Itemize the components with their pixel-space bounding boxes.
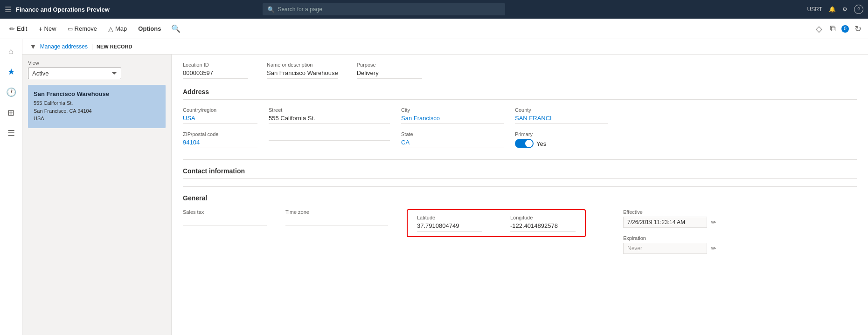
address-card-name: San Francisco Warehouse (34, 90, 160, 97)
latitude-field: Latitude 37.7910804749 (417, 215, 482, 232)
zip-value: 94104 (183, 139, 257, 148)
address-card-line3: USA (34, 115, 160, 123)
options-button[interactable]: Options (133, 23, 166, 34)
map-icon: △ (108, 25, 113, 33)
address-section: Address Country/region USA Street 555 Ca… (183, 88, 857, 148)
effective-edit-icon[interactable]: ✏ (711, 219, 716, 226)
top-nav-right: USRT 🔔 ⚙ ? (807, 5, 863, 14)
remove-icon: ▭ (68, 26, 73, 32)
eff-exp-panel: Effective 7/26/2019 11:23:14 AM ✏ Expira… (623, 209, 716, 254)
zip-label: ZIP/postal code (183, 131, 257, 137)
plus-icon: + (38, 25, 42, 33)
street-field: Street 555 California St. (269, 107, 390, 124)
effective-row: 7/26/2019 11:23:14 AM ✏ (623, 217, 716, 228)
latlng-box: Latitude 37.7910804749 Longitude -122.40… (407, 209, 586, 237)
purpose-field: Purpose Delivery (357, 62, 422, 79)
badge-count: 0 (841, 25, 849, 33)
view-select[interactable]: Active All Inactive (28, 68, 121, 79)
city-field: City San Francisco (401, 107, 504, 124)
toolbar: ✏ Edit + New ▭ Remove △ Map Options 🔍 ◇ … (0, 19, 868, 39)
primary-toggle-label: Yes (536, 140, 546, 147)
time-zone-label: Time zone (285, 209, 388, 215)
longitude-value: -122.4014892578 (510, 222, 576, 232)
section-divider-2 (183, 186, 857, 187)
country-region-value: USA (183, 115, 257, 124)
primary-toggle-wrapper: Yes (515, 139, 608, 148)
new-button[interactable]: + New (34, 23, 61, 34)
address-card-line1: 555 California St. (34, 99, 160, 107)
sales-tax-field: Sales tax (183, 209, 267, 226)
state-field: State CA (401, 131, 504, 148)
state-label: State (401, 131, 504, 137)
sales-tax-value (183, 217, 267, 226)
sidebar-home-icon[interactable]: ⌂ (3, 43, 20, 60)
country-region-label: Country/region (183, 107, 257, 113)
edit-icon: ✏ (9, 25, 15, 33)
remove-button[interactable]: ▭ Remove (63, 23, 102, 34)
toolbar-search-button[interactable]: 🔍 (167, 22, 184, 35)
layers-icon[interactable]: ⧉ (828, 22, 838, 35)
filter-icon[interactable]: ▼ (30, 43, 36, 50)
street-extra-field (269, 131, 390, 148)
general-section-title: General (183, 194, 857, 202)
city-label: City (401, 107, 504, 113)
search-input[interactable] (278, 6, 500, 13)
primary-label: Primary (515, 131, 608, 137)
longitude-label: Longitude (510, 215, 576, 220)
sidebar-grid-icon[interactable]: ⊞ (3, 104, 20, 121)
sidebar-clock-icon[interactable]: 🕐 (3, 84, 20, 101)
map-button[interactable]: △ Map (104, 23, 132, 34)
view-label: View (28, 60, 166, 66)
top-fields-row: Location ID 000003597 Name or descriptio… (183, 62, 857, 79)
county-value: SAN FRANCI (515, 115, 608, 124)
general-section: General Sales tax Time zone (183, 194, 857, 254)
breadcrumb-separator: | (91, 43, 93, 50)
bell-icon[interactable]: 🔔 (829, 6, 836, 13)
effective-field: Effective 7/26/2019 11:23:14 AM ✏ (623, 209, 716, 228)
help-icon[interactable]: ? (854, 5, 863, 14)
toolbar-right-icons: ◇ ⧉ 0 ↻ (814, 22, 863, 36)
country-region-field: Country/region USA (183, 107, 257, 124)
breadcrumb-link[interactable]: Manage addresses (40, 43, 88, 50)
expiration-label: Expiration (623, 235, 716, 241)
name-description-label: Name or description (267, 62, 338, 68)
latlng-effective-group: Latitude 37.7910804749 Longitude -122.40… (407, 209, 716, 254)
diamond-icon[interactable]: ◇ (814, 22, 824, 36)
content-area: ▼ Manage addresses | NEW RECORD View Act… (22, 39, 868, 335)
expiration-edit-icon[interactable]: ✏ (711, 245, 716, 252)
city-value: San Francisco (401, 115, 504, 124)
location-id-field: Location ID 000003597 (183, 62, 248, 79)
breadcrumb-current: NEW RECORD (97, 44, 132, 49)
address-card[interactable]: San Francisco Warehouse 555 California S… (28, 85, 166, 128)
breadcrumb: ▼ Manage addresses | NEW RECORD (22, 39, 868, 55)
user-label: USRT (807, 6, 822, 13)
effective-value: 7/26/2019 11:23:14 AM (623, 217, 707, 228)
sidebar-list-icon[interactable]: ☰ (3, 125, 20, 142)
primary-field: Primary Yes (515, 131, 608, 148)
split-panel: View Active All Inactive San Francisco W… (22, 55, 868, 335)
latitude-label: Latitude (417, 215, 482, 220)
name-description-field: Name or description San Francisco Wareho… (267, 62, 338, 79)
search-bar[interactable]: 🔍 (263, 3, 505, 15)
street-value: 555 California St. (269, 115, 390, 124)
time-zone-field: Time zone (285, 209, 388, 226)
state-value: CA (401, 139, 504, 148)
sidebar-star-icon[interactable]: ★ (3, 63, 20, 80)
county-label: County (515, 107, 608, 113)
search-icon: 🔍 (267, 6, 275, 13)
edit-button[interactable]: ✏ Edit (5, 23, 32, 34)
general-data-row: Sales tax Time zone Latitu (183, 209, 857, 254)
zip-field: ZIP/postal code 94104 (183, 131, 257, 148)
primary-toggle[interactable] (515, 139, 534, 148)
county-field: County SAN FRANCI (515, 107, 608, 124)
gear-icon[interactable]: ⚙ (842, 6, 847, 13)
main-layout: ⌂ ★ 🕐 ⊞ ☰ ▼ Manage addresses | NEW RECOR… (0, 39, 868, 335)
app-title: Finance and Operations Preview (16, 6, 110, 13)
latitude-value: 37.7910804749 (417, 222, 482, 232)
longitude-field: Longitude -122.4014892578 (510, 215, 576, 232)
address-section-header: Address (183, 88, 857, 100)
nav-grid-icon[interactable]: ☰ (5, 5, 11, 14)
section-divider-1 (183, 159, 857, 160)
purpose-value: Delivery (357, 69, 422, 79)
refresh-icon[interactable]: ↻ (853, 22, 863, 36)
